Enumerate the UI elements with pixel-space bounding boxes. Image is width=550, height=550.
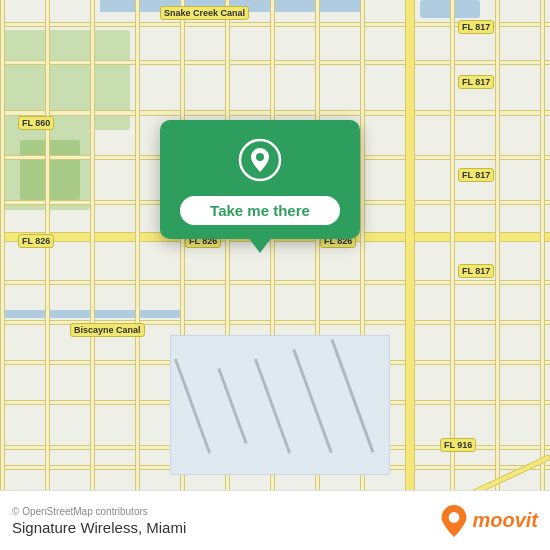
road-label-fl916: FL 916: [440, 438, 476, 452]
road-vertical: [90, 0, 95, 490]
map-container: Snake Creek Canal FL 860 FL 826 FL 826 F…: [0, 0, 550, 490]
airport-area: [170, 335, 390, 475]
bottom-left-info: © OpenStreetMap contributors Signature W…: [12, 506, 186, 536]
svg-point-1: [256, 153, 264, 161]
runway-line: [217, 368, 247, 444]
bottom-bar: © OpenStreetMap contributors Signature W…: [0, 490, 550, 550]
take-me-there-button[interactable]: Take me there: [180, 196, 340, 225]
park-area: [30, 50, 110, 110]
moovit-logo: moovit: [440, 505, 538, 537]
road-fl817: [405, 0, 415, 490]
runway-line: [292, 349, 332, 453]
road-label-fl826-left: FL 826: [18, 234, 54, 248]
road-vertical: [0, 0, 5, 490]
road-label-snake-creek: Snake Creek Canal: [160, 6, 249, 20]
road-label-fl817-4: FL 817: [458, 264, 494, 278]
road-vertical: [135, 0, 140, 490]
location-pin-icon: [238, 138, 282, 182]
svg-point-2: [449, 512, 460, 523]
runway-line: [331, 339, 375, 453]
road-vertical: [495, 0, 500, 490]
park-area: [20, 140, 80, 200]
road-vertical: [540, 0, 545, 490]
runway-line: [254, 359, 291, 454]
road-label-fl817-1: FL 817: [458, 20, 494, 34]
moovit-brand-text: moovit: [472, 509, 538, 532]
road-label-fl817-3: FL 817: [458, 168, 494, 182]
copyright-text: © OpenStreetMap contributors: [12, 506, 186, 517]
road-label-fl860: FL 860: [18, 116, 54, 130]
road-label-biscayne: Biscayne Canal: [70, 323, 145, 337]
location-name: Signature Wireless, Miami: [12, 519, 186, 536]
road-horizontal: [0, 60, 550, 65]
road-horizontal: [0, 110, 550, 116]
road-label-fl817-2: FL 817: [458, 75, 494, 89]
runway-line: [174, 359, 211, 454]
popup-card: Take me there: [160, 120, 360, 239]
moovit-pin-icon: [440, 505, 468, 537]
road-vertical: [450, 0, 455, 490]
road-horizontal: [0, 280, 550, 285]
